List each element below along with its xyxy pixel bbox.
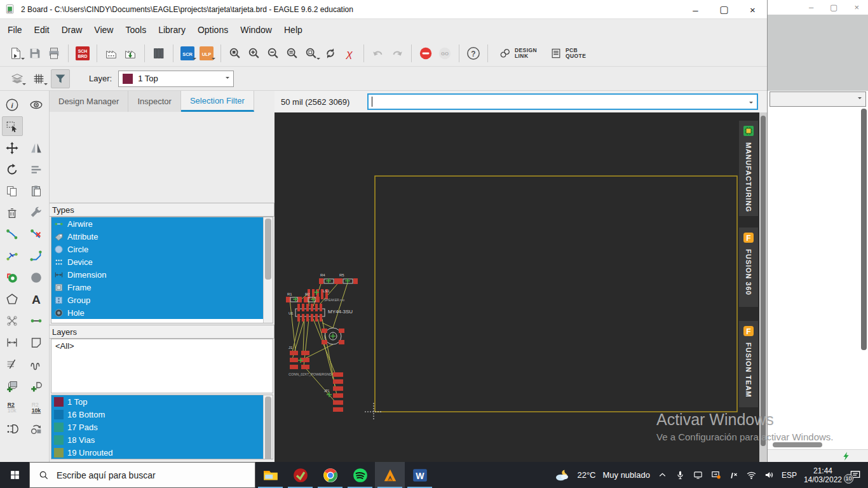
types-scrollbar[interactable] (263, 217, 273, 323)
type-item-airwire[interactable]: Airwire (51, 217, 263, 230)
cast-icon[interactable] (693, 470, 703, 480)
taskbar-app-explorer[interactable] (255, 462, 285, 488)
delete-icon[interactable] (2, 203, 23, 222)
design-link-button[interactable]: DESIGNLINK (499, 47, 537, 60)
replace-icon[interactable] (26, 419, 47, 438)
tray-weather-desc[interactable]: Muy nublado (602, 470, 649, 480)
types-list[interactable]: AirwireAttributeCircleDeviceDimensionFra… (51, 217, 273, 323)
mirror-icon[interactable] (26, 138, 47, 158)
group-select-icon[interactable] (2, 116, 23, 136)
layers-filter-all[interactable]: <All> (51, 339, 273, 351)
taskbar-app-spotify[interactable] (345, 462, 375, 488)
command-input[interactable] (367, 93, 758, 110)
minimize-button[interactable]: – (681, 0, 710, 19)
type-item-hole[interactable]: Hole (51, 306, 263, 319)
via-icon[interactable] (2, 268, 23, 287)
refresh-icon[interactable] (321, 44, 340, 63)
menu-library[interactable]: Library (158, 25, 186, 35)
circle-icon[interactable] (26, 268, 47, 287)
copy-icon[interactable] (2, 181, 23, 201)
taskbar-clock[interactable]: 21:44 14/03/2022 (804, 466, 842, 484)
zoom-fit-icon[interactable] (226, 44, 245, 63)
split-icon[interactable] (2, 246, 23, 266)
dimension-icon[interactable] (2, 332, 23, 352)
meander-icon[interactable] (26, 354, 47, 374)
side-tab-manufacturing[interactable]: MANUFACTURING (739, 121, 758, 216)
menu-draw[interactable]: Draw (62, 25, 83, 35)
sync-icon[interactable] (710, 470, 721, 480)
menu-file[interactable]: File (8, 25, 22, 35)
type-item-group[interactable]: Group (51, 294, 263, 306)
notification-center-icon[interactable]: 10 (849, 469, 862, 482)
layer-item-18-vias[interactable]: 18 Vias (51, 433, 263, 446)
menu-options[interactable]: Options (198, 25, 228, 35)
print-icon[interactable] (44, 44, 64, 63)
type-item-circle[interactable]: Circle (51, 243, 263, 255)
layer-item-19-unrouted[interactable]: 19 Unrouted (51, 446, 263, 459)
canvas-scrollbar[interactable] (759, 112, 767, 462)
ulp-icon[interactable]: ULP (197, 44, 216, 63)
align-icon[interactable] (26, 159, 47, 179)
zoom-out-icon[interactable] (264, 44, 283, 63)
layer-item-17-pads[interactable]: 17 Pads (51, 421, 263, 433)
wifi-icon[interactable] (746, 470, 757, 480)
menu-window[interactable]: Window (240, 25, 272, 35)
taskbar-app-word[interactable]: W (405, 462, 435, 488)
library-update-icon[interactable] (121, 44, 140, 63)
route-icon[interactable] (2, 224, 23, 244)
taskbar-app-eagle[interactable] (375, 462, 405, 488)
taskbar-app-idm[interactable] (285, 462, 315, 488)
start-button[interactable] (0, 462, 29, 488)
type-item-frame[interactable]: Frame (51, 281, 263, 294)
cancel-icon[interactable]: χ (340, 44, 359, 63)
layer-color-list[interactable]: 1 Top16 Bottom17 Pads18 Vias19 Unrouted2… (51, 395, 273, 459)
text-icon[interactable]: A (26, 289, 47, 309)
menu-edit[interactable]: Edit (34, 25, 50, 35)
background-window-dropdown[interactable] (770, 92, 866, 107)
bg-restore-button[interactable]: ▢ (830, 3, 837, 12)
help-icon[interactable]: ? (464, 44, 483, 63)
filter-icon[interactable] (51, 69, 70, 88)
grid-icon[interactable] (29, 69, 48, 88)
zoom-redraw-icon[interactable] (302, 44, 321, 63)
tray-temperature[interactable]: 22°C (577, 470, 595, 480)
name-icon[interactable]: R210k (2, 397, 23, 417)
layer-dropdown[interactable]: 1 Top (118, 71, 234, 87)
stop-icon[interactable] (416, 44, 435, 63)
maximize-button[interactable]: ▢ (710, 0, 738, 19)
layer-settings-icon[interactable] (8, 69, 27, 88)
rotate-icon[interactable] (2, 159, 23, 179)
bg-close-button[interactable]: × (854, 3, 859, 12)
signal-icon[interactable] (26, 311, 47, 330)
zoom-select-icon[interactable] (283, 44, 302, 63)
paste-icon[interactable] (26, 181, 47, 201)
scr-icon[interactable]: SCR (178, 44, 197, 63)
miter-icon[interactable] (26, 246, 47, 266)
value-icon[interactable]: R210k (26, 397, 47, 417)
show-icon[interactable] (26, 95, 47, 114)
chevron-up-icon[interactable] (657, 470, 668, 480)
side-tab-fusion-360[interactable]: FFUSION 360 (739, 227, 758, 307)
type-item-dimension[interactable]: Dimension (51, 268, 263, 281)
pen-icon[interactable] (728, 470, 739, 480)
go-icon[interactable]: GO (435, 44, 454, 63)
taskbar-app-chrome[interactable] (315, 462, 345, 488)
add-gate-icon[interactable] (26, 376, 47, 395)
bg-minimize-button[interactable]: – (809, 3, 813, 12)
weather-icon[interactable] (555, 468, 570, 483)
layer-item-20-dimension[interactable]: 20 Dimension (51, 459, 263, 459)
menu-tools[interactable]: Tools (125, 25, 146, 35)
tab-inspector[interactable]: Inspector (128, 91, 180, 112)
microphone-icon[interactable] (675, 470, 686, 480)
rect-icon[interactable] (26, 332, 47, 352)
new-file-icon[interactable] (6, 44, 25, 63)
ripup-icon[interactable] (26, 224, 47, 244)
zoom-in-icon[interactable] (245, 44, 264, 63)
menu-view[interactable]: View (94, 25, 113, 35)
type-item-attribute[interactable]: Attribute (51, 230, 263, 243)
taskbar-search[interactable]: Escribe aquí para buscar (29, 462, 255, 488)
type-item-device[interactable]: Device (51, 255, 263, 268)
layer-list-scrollbar[interactable] (263, 395, 273, 459)
language-indicator[interactable]: ESP (782, 471, 797, 480)
change-icon[interactable] (26, 203, 47, 222)
